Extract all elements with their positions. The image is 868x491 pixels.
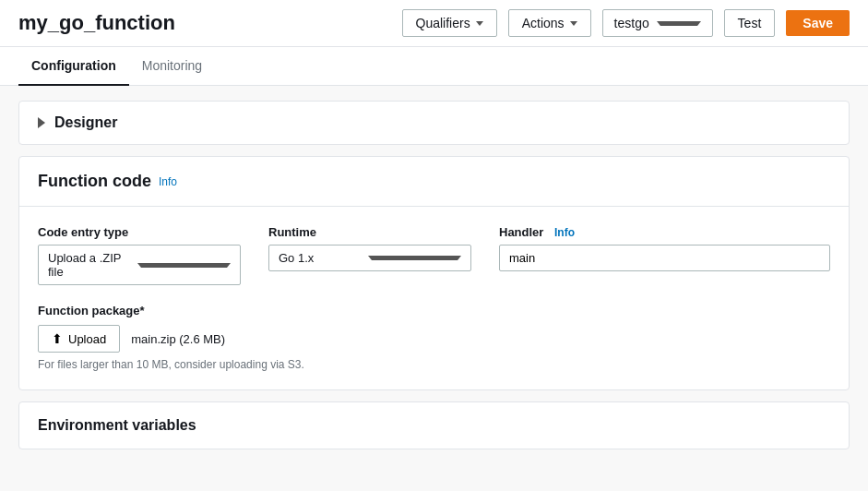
function-code-form: Code entry type Upload a .ZIP file Runti… bbox=[19, 207, 849, 304]
upload-section: Function package* ⬆ Upload main.zip (2.6… bbox=[19, 304, 849, 389]
designer-title: Designer bbox=[54, 114, 117, 131]
function-title: my_go_function bbox=[18, 11, 175, 35]
code-entry-type-label: Code entry type bbox=[38, 225, 241, 239]
runtime-select[interactable]: Go 1.x bbox=[268, 245, 471, 271]
actions-button[interactable]: Actions bbox=[508, 9, 591, 37]
upload-button[interactable]: ⬆ Upload bbox=[38, 325, 120, 353]
file-name: main.zip (2.6 MB) bbox=[131, 332, 225, 346]
upload-icon: ⬆ bbox=[52, 331, 63, 346]
chevron-down-icon bbox=[570, 21, 577, 26]
handler-field: Handler Info bbox=[499, 225, 830, 285]
tab-monitoring[interactable]: Monitoring bbox=[129, 47, 215, 86]
environment-variables-title: Environment variables bbox=[38, 417, 196, 433]
code-entry-type-field: Code entry type Upload a .ZIP file bbox=[38, 225, 241, 285]
function-code-header: Function code Info bbox=[19, 157, 849, 207]
environment-variables-card: Environment variables bbox=[18, 401, 850, 449]
handler-input[interactable] bbox=[499, 245, 830, 271]
runtime-label: Runtime bbox=[268, 225, 471, 239]
code-entry-type-select[interactable]: Upload a .ZIP file bbox=[38, 245, 241, 285]
designer-header[interactable]: Designer bbox=[19, 102, 849, 144]
designer-card: Designer bbox=[18, 101, 850, 145]
actions-label: Actions bbox=[522, 16, 565, 30]
main-content: Designer Function code Info Code entry t… bbox=[0, 86, 868, 464]
function-code-info-link[interactable]: Info bbox=[159, 175, 177, 188]
save-button[interactable]: Save bbox=[786, 10, 850, 36]
qualifier-value: testgo bbox=[614, 16, 651, 30]
header: my_go_function Qualifiers Actions testgo… bbox=[0, 0, 868, 47]
qualifiers-label: Qualifiers bbox=[416, 16, 470, 30]
qualifiers-button[interactable]: Qualifiers bbox=[402, 9, 497, 37]
function-code-title: Function code bbox=[38, 172, 151, 191]
runtime-value: Go 1.x bbox=[279, 251, 364, 265]
chevron-down-icon bbox=[368, 256, 461, 260]
expand-icon bbox=[38, 117, 45, 128]
upload-label: Upload bbox=[68, 332, 106, 346]
tab-configuration[interactable]: Configuration bbox=[18, 47, 129, 86]
qualifier-select[interactable]: testgo bbox=[602, 9, 713, 37]
code-entry-type-value: Upload a .ZIP file bbox=[48, 251, 134, 279]
upload-hint: For files larger than 10 MB, consider up… bbox=[38, 358, 830, 371]
function-code-card: Function code Info Code entry type Uploa… bbox=[18, 156, 850, 390]
test-button[interactable]: Test bbox=[724, 9, 776, 37]
handler-info-link[interactable]: Info bbox=[554, 226, 575, 239]
runtime-field: Runtime Go 1.x bbox=[268, 225, 471, 285]
chevron-down-icon bbox=[476, 21, 483, 26]
upload-row: ⬆ Upload main.zip (2.6 MB) bbox=[38, 325, 830, 353]
chevron-down-icon bbox=[137, 263, 231, 268]
handler-label: Handler Info bbox=[499, 225, 830, 239]
chevron-down-icon bbox=[657, 21, 701, 26]
function-package-label: Function package* bbox=[38, 304, 830, 317]
tabs: Configuration Monitoring bbox=[0, 47, 868, 86]
